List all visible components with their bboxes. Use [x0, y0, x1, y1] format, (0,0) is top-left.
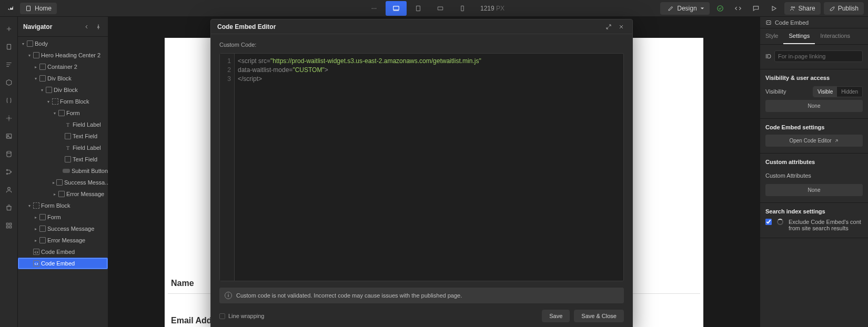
svg-point-19	[7, 187, 10, 190]
tab-interactions[interactable]: Interactions	[815, 28, 855, 44]
ecommerce-button[interactable]	[1, 200, 17, 216]
svg-rect-4	[393, 6, 399, 9]
tree-item-label: Success Message	[47, 226, 94, 232]
save-close-button[interactable]: Save & Close	[574, 310, 624, 322]
svg-point-9	[791, 6, 793, 8]
webflow-logo[interactable]	[4, 2, 17, 15]
assets-button[interactable]	[1, 128, 17, 144]
tree-item[interactable]: ▸Form	[18, 211, 108, 223]
cms-button[interactable]	[1, 146, 17, 162]
code-icon	[734, 5, 742, 12]
tree-toggle-icon[interactable]: ▾	[40, 88, 44, 93]
tree-item[interactable]: ▾Div Block	[18, 73, 108, 84]
users-button[interactable]	[1, 182, 17, 198]
home-button[interactable]: Home	[20, 3, 57, 14]
embed-icon: ‹›	[33, 249, 39, 255]
selected-element-name: Code Embed	[775, 19, 809, 26]
tree-item[interactable]: TField Label	[18, 142, 108, 154]
tree-item[interactable]: ▾Div Block	[18, 84, 108, 96]
tree-item[interactable]: ▸Error Message	[18, 234, 108, 246]
visible-button[interactable]: Visible	[813, 87, 837, 97]
device-landscape-button[interactable]	[430, 1, 451, 16]
navigator-button[interactable]	[1, 57, 17, 73]
tree-item[interactable]: ▸Container 2	[18, 61, 108, 73]
menu-dots-button[interactable]	[364, 1, 385, 16]
pages-button[interactable]	[1, 39, 17, 55]
svg-point-1	[372, 8, 373, 9]
tree-item[interactable]: ▸Error Message	[18, 188, 108, 200]
webflow-icon	[7, 5, 14, 12]
user-icon	[5, 186, 13, 193]
visibility-toggle: Visible Hidden	[813, 86, 863, 97]
home-label: Home	[35, 5, 52, 12]
box-icon	[39, 64, 46, 70]
tree-item[interactable]: ▾Body	[18, 38, 108, 49]
open-code-editor-button[interactable]: Open Code Editor	[765, 135, 863, 147]
search-index-title: Search index settings	[765, 208, 863, 214]
tree-item[interactable]: Text Field	[18, 154, 108, 165]
tree-item[interactable]: ▸Success Message	[18, 223, 108, 234]
navigator-pin-button[interactable]	[94, 23, 103, 31]
tree-item[interactable]: ▾Form Block	[18, 200, 108, 211]
comment-button[interactable]	[749, 2, 763, 15]
publish-button[interactable]: Publish	[824, 2, 864, 15]
line-wrapping-toggle[interactable]: Line wrapping	[219, 313, 265, 319]
device-tablet-button[interactable]	[408, 1, 429, 16]
code-embed-settings-title: Code Embed settings	[765, 124, 863, 130]
code-area[interactable]: <script src="https://prod-waitlist-widge…	[235, 54, 623, 281]
exclude-checkbox[interactable]	[765, 219, 772, 225]
tree-toggle-icon[interactable]: ▸	[53, 180, 55, 185]
mobile-icon	[459, 5, 466, 12]
right-panel-tabs: Style Settings Interactions	[760, 28, 868, 45]
components-button[interactable]	[1, 75, 17, 90]
navigator-collapse-button[interactable]	[83, 23, 91, 31]
variables-button[interactable]	[1, 93, 17, 108]
tree-toggle-icon[interactable]: ▾	[53, 111, 57, 116]
tree-toggle-icon[interactable]: ▾	[27, 203, 32, 208]
device-desktop-button[interactable]	[386, 1, 407, 16]
styles-button[interactable]	[1, 110, 17, 126]
tree-item[interactable]: ▸Success Messa…	[18, 177, 108, 188]
tab-style[interactable]: Style	[760, 28, 783, 44]
tree-toggle-icon[interactable]: ▸	[34, 65, 38, 69]
tree-toggle-icon[interactable]: ▾	[34, 76, 38, 81]
box-icon	[56, 179, 63, 186]
status-check-button[interactable]	[713, 2, 728, 15]
device-mobile-button[interactable]	[452, 1, 473, 16]
expand-button[interactable]	[604, 22, 613, 32]
tree-item[interactable]: Submit Button	[18, 165, 108, 177]
tree-item[interactable]: ▾Form Block	[18, 96, 108, 107]
design-mode-button[interactable]: Design	[660, 2, 709, 15]
preview-button[interactable]	[766, 2, 781, 15]
svg-point-15	[6, 151, 11, 154]
tree-item[interactable]: TField Label	[18, 119, 108, 130]
logic-button[interactable]	[1, 164, 17, 180]
tree-toggle-icon[interactable]: ▸	[34, 227, 38, 231]
svg-point-2	[374, 8, 375, 9]
close-button[interactable]	[617, 22, 626, 32]
tree-item[interactable]: Text Field	[18, 130, 108, 142]
tab-settings[interactable]: Settings	[783, 28, 815, 44]
top-toolbar: Home 1219 PX Design	[0, 0, 868, 17]
save-button[interactable]: Save	[542, 310, 570, 322]
code-button[interactable]	[731, 2, 745, 15]
id-input[interactable]	[774, 50, 863, 62]
custom-attributes-none-button[interactable]: None	[765, 184, 863, 196]
tree-toggle-icon[interactable]: ▾	[27, 53, 32, 58]
tree-item[interactable]: ▾Form	[18, 107, 108, 119]
tree-toggle-icon[interactable]: ▸	[53, 192, 57, 197]
share-button[interactable]: Share	[784, 2, 821, 15]
add-element-button[interactable]	[1, 21, 17, 37]
tree-item[interactable]: ‹›Code Embed	[18, 246, 108, 258]
tree-toggle-icon[interactable]: ▸	[34, 238, 38, 243]
tree-item[interactable]: ▾Hero Heading Center 2	[18, 49, 108, 61]
code-editor[interactable]: 123 <script src="https://prod-waitlist-w…	[219, 53, 624, 281]
tree-toggle-icon[interactable]: ▾	[21, 42, 25, 46]
hidden-button[interactable]: Hidden	[837, 87, 862, 97]
apps-button[interactable]	[1, 218, 17, 233]
tree-toggle-icon[interactable]: ▾	[46, 99, 51, 104]
tree-item[interactable]: ‹›Code Embed	[18, 258, 108, 269]
visibility-none-button[interactable]: None	[765, 100, 863, 112]
tree-toggle-icon[interactable]: ▸	[34, 215, 38, 220]
loading-spinner-icon	[777, 219, 783, 225]
